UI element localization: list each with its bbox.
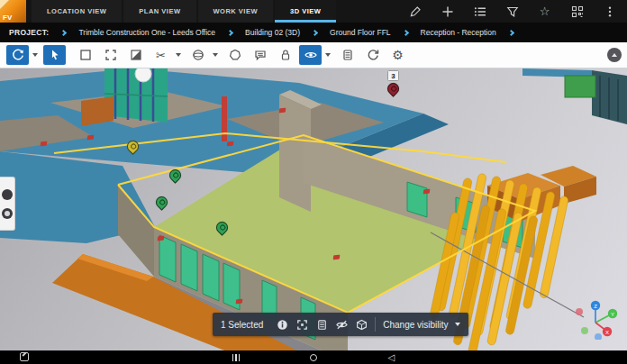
selection-count: 1 Selected	[221, 320, 263, 330]
viewport-side-tools	[0, 177, 15, 231]
breadcrumb: PROJECT: Trimble Construction One - Leed…	[0, 23, 627, 42]
breadcrumb-prefix: PROJECT:	[9, 28, 49, 37]
section-dropdown-caret[interactable]	[176, 53, 181, 57]
back-button[interactable]: ◁	[387, 353, 395, 362]
axis-gizmo[interactable]: Z Y X	[571, 298, 622, 340]
add-icon[interactable]	[441, 5, 454, 18]
top-bar: FV LOCATION VIEW PLAN VIEW WORK VIEW 3D …	[0, 0, 627, 23]
properties-button[interactable]	[336, 45, 359, 65]
chevron-right-icon	[508, 29, 514, 35]
corner-select-button[interactable]	[99, 45, 122, 65]
home-button[interactable]	[310, 354, 317, 361]
tab-plan-view[interactable]: PLAN VIEW	[123, 0, 195, 23]
view-mode-tool-button[interactable]	[2, 189, 13, 200]
app-logo[interactable]: FV	[0, 0, 26, 23]
top-actions: ☆	[408, 0, 627, 23]
model-viewport[interactable]: 3 1 Selected Change visibility	[0, 68, 627, 350]
chevron-right-icon	[403, 29, 409, 35]
tab-3d-view[interactable]: 3D VIEW	[275, 0, 336, 23]
view-tabs: LOCATION VIEW PLAN VIEW WORK VIEW 3D VIE…	[32, 0, 338, 23]
isolate-box-icon[interactable]	[351, 316, 371, 332]
fit-to-view-icon[interactable]	[292, 316, 312, 332]
android-nav-bar: ◁	[0, 350, 627, 364]
tab-label: 3D VIEW	[290, 7, 321, 15]
gizmo-z-label: Z	[594, 304, 597, 309]
settings-gear-button[interactable]: ⚙	[386, 45, 409, 65]
chevron-right-icon	[60, 29, 67, 35]
favorite-star-icon[interactable]: ☆	[538, 5, 551, 18]
pen-window-button[interactable]	[20, 352, 29, 361]
select-tool-button[interactable]	[43, 45, 66, 65]
chevron-right-icon	[227, 29, 233, 35]
tab-location-view[interactable]: LOCATION VIEW	[32, 0, 122, 23]
change-visibility-caret[interactable]	[455, 323, 460, 326]
refresh-button[interactable]	[361, 45, 384, 65]
tab-label: WORK VIEW	[214, 7, 259, 15]
app-logo-text: FV	[3, 14, 12, 22]
info-icon[interactable]	[272, 316, 292, 332]
qr-scan-icon[interactable]	[570, 5, 584, 18]
filter-icon[interactable]	[505, 5, 519, 18]
divider	[375, 317, 376, 332]
list-icon[interactable]	[473, 5, 486, 18]
orbit-tool-button[interactable]	[6, 45, 29, 65]
hide-eye-off-icon[interactable]	[332, 316, 351, 332]
section-cut-scissors-button[interactable]: ✂	[150, 45, 172, 65]
app-window: FV LOCATION VIEW PLAN VIEW WORK VIEW 3D …	[0, 0, 627, 364]
layers-tool-button[interactable]	[2, 208, 13, 219]
properties-icon[interactable]	[312, 316, 332, 332]
sphere-view-button[interactable]	[186, 45, 209, 65]
marquee-select-button[interactable]	[74, 45, 96, 65]
tab-work-view[interactable]: WORK VIEW	[198, 0, 274, 23]
breadcrumb-item-project[interactable]: Trimble Construction One - Leeds Office	[78, 28, 215, 37]
3d-model-scene	[0, 68, 627, 350]
visibility-tool-button[interactable]	[299, 45, 322, 65]
chevron-right-icon	[312, 29, 318, 35]
gizmo-x-label: X	[605, 330, 609, 335]
comment-button[interactable]	[249, 45, 271, 65]
pen-icon[interactable]	[408, 5, 422, 18]
overflow-menu-icon[interactable]	[603, 5, 616, 18]
tab-label: LOCATION VIEW	[47, 7, 106, 15]
tab-label: PLAN VIEW	[139, 7, 180, 15]
sphere-dropdown-caret[interactable]	[213, 53, 218, 57]
panel-toggle-knob[interactable]	[607, 48, 622, 62]
change-visibility-label[interactable]: Change visibility	[383, 320, 448, 330]
breadcrumb-item-location[interactable]: Reception - Reception	[421, 28, 496, 37]
gizmo-y-label: Y	[611, 312, 614, 317]
breadcrumb-item-floor[interactable]: Ground Floor FFL	[330, 28, 391, 37]
visibility-dropdown-caret[interactable]	[325, 53, 331, 57]
orbit-dropdown-caret[interactable]	[32, 53, 38, 57]
clash-tag-button[interactable]	[223, 45, 246, 65]
box-select-button[interactable]	[124, 45, 147, 65]
recent-apps-button[interactable]	[232, 354, 241, 361]
selection-bar: 1 Selected Change visibility	[213, 313, 468, 336]
breadcrumb-item-building[interactable]: Building 02 (3D)	[245, 28, 300, 37]
lock-button[interactable]	[274, 45, 296, 65]
viewer-toolbar: ✂ ⚙	[0, 42, 627, 68]
